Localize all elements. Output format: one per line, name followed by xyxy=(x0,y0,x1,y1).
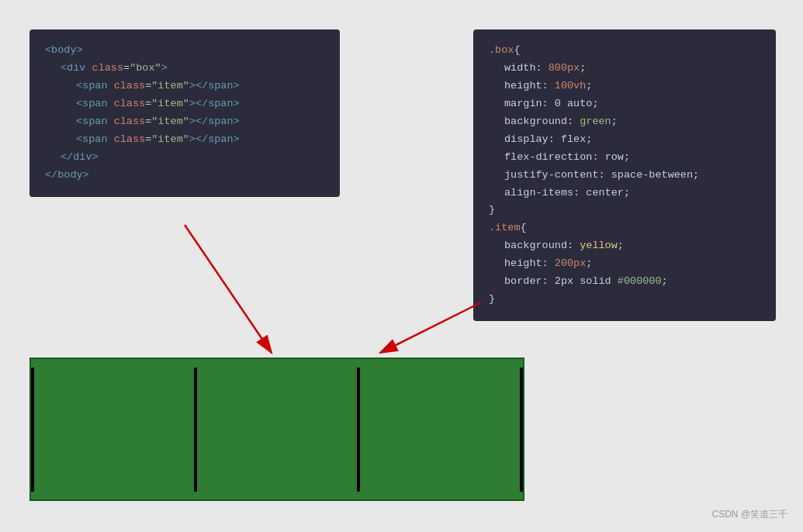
css-line-9: align-items: center; xyxy=(489,185,760,202)
css-line-2: width: 800px; xyxy=(489,60,760,78)
html-line-4: <span class="item"></span> xyxy=(45,95,324,113)
watermark: CSDN @笑道三千 xyxy=(711,508,787,521)
css-line-3: height: 100vh; xyxy=(489,78,760,95)
css-line-1: .box{ xyxy=(489,42,760,60)
html-line-6: <span class="item"></span> xyxy=(45,131,324,149)
css-line-7: flex-direction: row; xyxy=(489,149,760,167)
arrow-html-to-preview xyxy=(185,225,272,353)
css-line-13: height: 200px; xyxy=(489,255,760,273)
html-line-8: </body> xyxy=(45,167,324,185)
html-code-panel: <body> <div class="box"> <span class="it… xyxy=(29,29,340,197)
item-4 xyxy=(520,368,523,492)
css-line-14: border: 2px solid #000000; xyxy=(489,273,760,291)
html-line-5: <span class="item"></span> xyxy=(45,113,324,131)
css-line-12: background: yellow; xyxy=(489,237,760,255)
html-line-7: </div> xyxy=(45,149,324,167)
html-line-3: <span class="item"></span> xyxy=(45,78,324,95)
css-line-11: .item{ xyxy=(489,219,760,237)
css-line-8: justify-content: space-between; xyxy=(489,167,760,185)
css-line-4: margin: 0 auto; xyxy=(489,95,760,113)
item-1 xyxy=(31,368,34,492)
item-3 xyxy=(357,368,360,492)
css-line-15: } xyxy=(489,291,760,309)
html-line-2: <div class="box"> xyxy=(45,60,324,78)
css-line-5: background: green; xyxy=(489,113,760,131)
item-2 xyxy=(194,368,197,492)
css-code-panel: .box{ width: 800px; height: 100vh; margi… xyxy=(473,29,776,321)
html-line-1: <body> xyxy=(45,42,324,60)
preview-box xyxy=(29,358,524,501)
css-line-6: display: flex; xyxy=(489,131,760,149)
arrow-css-to-preview xyxy=(380,302,481,353)
css-line-10: } xyxy=(489,202,760,219)
